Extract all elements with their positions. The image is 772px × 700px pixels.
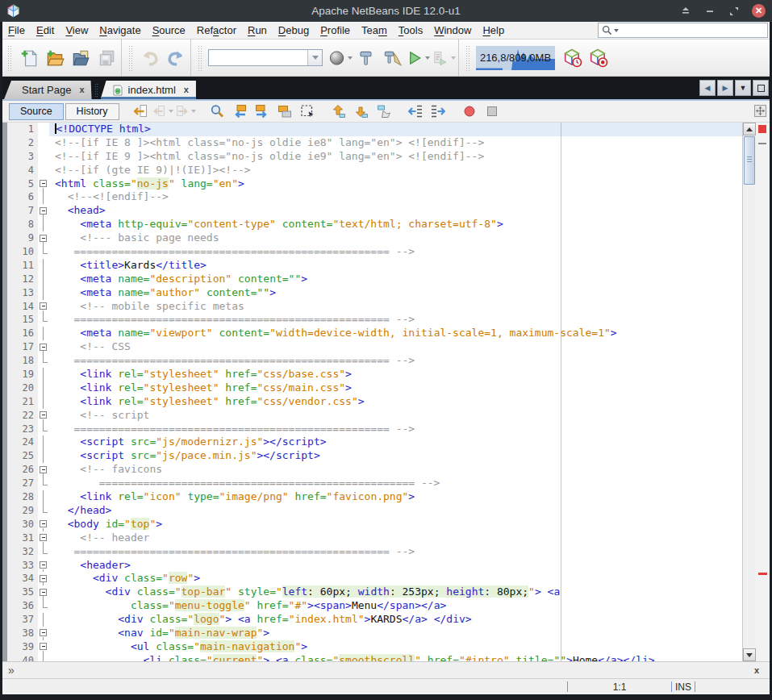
- menu-file[interactable]: File: [2, 22, 31, 39]
- code-line-10[interactable]: 10 =====================================…: [2, 245, 742, 259]
- scroll-up-icon[interactable]: [743, 123, 756, 135]
- menu-help[interactable]: Help: [477, 22, 510, 39]
- toolbar-grip[interactable]: [128, 45, 133, 71]
- fold-marker[interactable]: [38, 449, 49, 463]
- close-window-button[interactable]: ✕: [752, 4, 766, 18]
- code-line-9[interactable]: 9 <!--- basic page needs: [2, 231, 742, 245]
- toggle-highlight-search-icon[interactable]: [274, 102, 295, 121]
- scroll-tabs-left-icon[interactable]: ◀: [699, 80, 716, 96]
- code-line-13[interactable]: 13 <meta name="author" content="">: [2, 286, 742, 300]
- fold-marker[interactable]: [38, 136, 49, 150]
- combobox-dropdown-icon[interactable]: [307, 50, 322, 65]
- menu-refactor[interactable]: Refactor: [191, 22, 242, 39]
- shift-right-icon[interactable]: [428, 102, 449, 121]
- fold-marker[interactable]: [38, 572, 49, 585]
- code-line-36[interactable]: 36 class="menu-toggle" href="#"><span>Me…: [2, 599, 742, 613]
- fold-marker[interactable]: [38, 599, 49, 613]
- fold-marker[interactable]: [38, 190, 49, 204]
- fold-marker[interactable]: [38, 381, 49, 395]
- code-line-32[interactable]: 32 =====================================…: [2, 545, 742, 559]
- set-configuration-icon[interactable]: [328, 46, 353, 70]
- fold-marker[interactable]: [38, 231, 49, 245]
- maximize-tab-icon[interactable]: [753, 80, 769, 96]
- scrollbar-thumb[interactable]: [744, 136, 755, 185]
- code-line-3[interactable]: 3<!--[if IE 9 ]><html class="no-js oldie…: [2, 150, 742, 164]
- open-project-icon[interactable]: [69, 46, 93, 70]
- breadcrumb-close-icon[interactable]: x: [754, 665, 759, 675]
- find-next-icon[interactable]: [252, 102, 273, 121]
- fold-marker[interactable]: [38, 490, 49, 504]
- fold-marker[interactable]: [38, 327, 49, 340]
- last-edit-location-icon[interactable]: [130, 102, 151, 121]
- code-line-38[interactable]: 38 <nav id="main-nav-wrap">: [2, 627, 742, 640]
- code-line-40[interactable]: 40 <li class="current"> <a class="smooth…: [2, 654, 742, 661]
- code-line-8[interactable]: 8 <meta http-equiv="content-type" conten…: [2, 218, 742, 231]
- code-line-27[interactable]: 27 =====================================…: [2, 477, 742, 490]
- minimize-window-icon[interactable]: [703, 5, 716, 18]
- code-line-35[interactable]: 35 <div class="top-bar" style="left: 60p…: [2, 585, 742, 599]
- fold-marker[interactable]: [38, 531, 49, 545]
- close-tab-icon[interactable]: x: [184, 85, 189, 94]
- fold-marker[interactable]: [38, 518, 49, 531]
- code-line-6[interactable]: 6 <!--<![endif]-->: [2, 190, 742, 204]
- code-line-24[interactable]: 24 <script src="js/modernizr.js"></scrip…: [2, 435, 742, 449]
- code-line-33[interactable]: 33 <header>: [2, 559, 742, 573]
- code-line-22[interactable]: 22 <!-- script: [2, 409, 742, 423]
- code-line-11[interactable]: 11 <title>Kards</title>: [2, 259, 742, 273]
- profile-stop-icon[interactable]: [586, 46, 611, 70]
- toolbar-grip[interactable]: [7, 45, 12, 71]
- code-line-5[interactable]: 5<html class="no-js" lang="en">: [2, 177, 742, 191]
- scroll-tabs-right-icon[interactable]: ▶: [717, 80, 733, 96]
- code-line-7[interactable]: 7 <head>: [2, 204, 742, 218]
- fold-marker[interactable]: [38, 218, 49, 231]
- code-line-39[interactable]: 39 <ul class="main-navigation">: [2, 640, 742, 654]
- fold-marker[interactable]: [38, 164, 49, 177]
- menu-source[interactable]: Source: [147, 22, 191, 39]
- code-line-26[interactable]: 26 <!-- favicons: [2, 463, 742, 477]
- fold-marker[interactable]: [38, 504, 49, 518]
- code-line-30[interactable]: 30 <body id="top">: [2, 518, 742, 531]
- shift-left-icon[interactable]: [405, 102, 426, 121]
- code-line-29[interactable]: 29 </head>: [2, 504, 742, 518]
- new-project-icon[interactable]: [43, 46, 67, 70]
- code-line-31[interactable]: 31 <!-- header: [2, 531, 742, 545]
- fold-marker[interactable]: [38, 204, 49, 218]
- fold-marker[interactable]: [38, 545, 49, 559]
- menu-window[interactable]: Window: [428, 22, 477, 39]
- code-line-19[interactable]: 19 <link rel="stylesheet" href="css/base…: [2, 368, 742, 381]
- caret-position-mark[interactable]: [758, 143, 766, 144]
- code-line-17[interactable]: 17 <!-- CSS: [2, 340, 742, 354]
- undo-icon[interactable]: [138, 46, 162, 70]
- fold-marker[interactable]: [38, 340, 49, 354]
- fold-marker[interactable]: [38, 477, 49, 490]
- code-line-16[interactable]: 16 <meta name="viewport" content="width=…: [2, 327, 742, 340]
- forward-icon[interactable]: [175, 102, 196, 121]
- code-line-34[interactable]: 34 <div class="row">: [2, 572, 742, 585]
- code-line-2[interactable]: 2<!--[if IE 8 ]><html class="no-js oldie…: [2, 136, 742, 150]
- code-line-25[interactable]: 25 <script src="js/pace.min.js"></script…: [2, 449, 742, 463]
- fold-marker[interactable]: [38, 559, 49, 573]
- menu-navigate[interactable]: Navigate: [94, 22, 146, 39]
- profile-project-icon[interactable]: [561, 46, 585, 70]
- clean-build-project-icon[interactable]: [380, 46, 404, 70]
- error-badge[interactable]: [758, 125, 766, 133]
- fold-marker[interactable]: [38, 123, 49, 136]
- build-project-icon[interactable]: [354, 46, 378, 70]
- fold-marker[interactable]: [38, 259, 49, 273]
- stop-macro-recording-icon[interactable]: [482, 102, 503, 121]
- toolbar-grip[interactable]: [198, 45, 202, 71]
- tab-index-html[interactable]: index.html x: [101, 81, 196, 99]
- code-line-23[interactable]: 23 =====================================…: [2, 423, 742, 436]
- start-macro-recording-icon[interactable]: [459, 102, 480, 121]
- menu-team[interactable]: Team: [356, 22, 393, 39]
- debug-project-icon[interactable]: [432, 46, 456, 70]
- restore-window-icon[interactable]: [728, 5, 741, 18]
- code-line-4[interactable]: 4<!--[if (gte IE 9)|!(IE)]><!-->: [2, 164, 742, 177]
- history-view-button[interactable]: History: [65, 103, 119, 120]
- code-line-1[interactable]: 1<!DOCTYPE html>: [2, 123, 742, 136]
- fold-marker[interactable]: [38, 463, 49, 477]
- menu-tools[interactable]: Tools: [393, 22, 428, 39]
- code-line-21[interactable]: 21 <link rel="stylesheet" href="css/vend…: [2, 395, 742, 409]
- vertical-scrollbar[interactable]: [742, 123, 756, 661]
- menu-edit[interactable]: Edit: [31, 22, 60, 39]
